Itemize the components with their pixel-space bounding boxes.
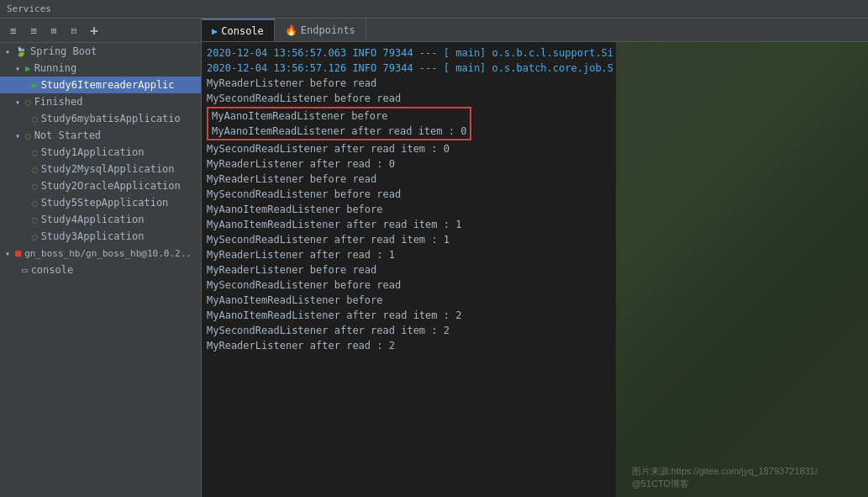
log-line: 2020-12-04 13:56:57.063 INFO 79344 --- [… — [207, 45, 863, 61]
log-text: MyAanoItemReadListener before — [207, 204, 383, 215]
sidebar: ≡ ≡ ⊞ ⊟ + ▾ 🍃 Spring Boot ▾ ▶ Running — [0, 19, 202, 497]
watermark-text1: 图片来源:https://gitee.com/jyq_18793721831/ — [632, 465, 818, 478]
arrow-running: ▾ — [15, 64, 25, 73]
toolbar-btn-align-right[interactable]: ≡ — [25, 22, 42, 39]
watermark: 图片来源:https://gitee.com/jyq_18793721831/ … — [632, 465, 818, 490]
log-line-highlight-start: MyAanoItemReadListener before — [212, 108, 466, 124]
study4-label: Study4Application — [41, 214, 145, 225]
study2mysql-icon: ◌ — [32, 164, 38, 175]
running-label: Running — [34, 62, 77, 74]
main-container: ≡ ≡ ⊞ ⊟ + ▾ 🍃 Spring Boot ▾ ▶ Running — [0, 19, 868, 497]
sidebar-item-not-started[interactable]: ▾ ◌ Not Started — [0, 127, 201, 144]
log-text: MyAanoItemReadListener after read item :… — [212, 125, 466, 137]
arrow-spring-boot: ▾ — [5, 47, 15, 56]
log-line-highlight-end: MyAanoItemReadListener after read item :… — [212, 124, 466, 139]
study3-icon: ◌ — [32, 231, 38, 242]
study6mybatis-icon: ◌ — [32, 114, 38, 124]
log-text: MyAanoItemReadListener after read item :… — [207, 219, 461, 230]
study2oracle-icon: ◌ — [32, 181, 38, 192]
log-line: MyReaderListener before read — [207, 172, 863, 187]
not-started-label: Not Started — [34, 130, 101, 141]
sidebar-item-study2mysql[interactable]: ◌ Study2MysqlApplication — [0, 161, 201, 177]
log-text: MySecondReadListener after read item : 1 — [207, 234, 450, 246]
sidebar-item-study6mybatis[interactable]: ◌ Study6mybatisApplicatio — [0, 110, 201, 127]
tab-endpoints[interactable]: 🔥 Endpoints — [275, 19, 366, 41]
log-text: MyAanoItemReadListener after read item :… — [207, 309, 461, 321]
log-line: MyAanoItemReadListener before — [207, 293, 863, 308]
console-output[interactable]: 2020-12-04 13:56:57.063 INFO 79344 --- [… — [202, 42, 868, 497]
console-tab-icon: ▶ — [212, 25, 218, 37]
log-text: MyReaderListener after read : 0 — [207, 158, 395, 170]
tab-bar: ▶ Console 🔥 Endpoints — [202, 19, 868, 42]
sidebar-item-study2oracle[interactable]: ◌ Study2OracleApplication — [0, 177, 201, 194]
study1-label: Study1Application — [41, 146, 145, 158]
study6-icon: ▶ — [32, 80, 38, 91]
endpoints-tab-label: Endpoints — [301, 24, 355, 36]
tab-console[interactable]: ▶ Console — [202, 19, 275, 41]
study4-icon: ◌ — [32, 214, 38, 225]
top-bar: Services — [0, 0, 868, 19]
log-line: MySecondReadListener after read item : 0 — [207, 141, 863, 156]
toolbar-btn-collapse[interactable]: ⊟ — [66, 22, 82, 39]
sidebar-item-study3[interactable]: ◌ Study3Application — [0, 228, 201, 245]
sidebar-item-study1[interactable]: ◌ Study1Application — [0, 144, 201, 161]
log-text: MyReaderListener before read — [207, 264, 376, 276]
study5step-label: Study5StepApplication — [41, 197, 169, 209]
log-line: MySecondReadListener before read — [207, 91, 863, 106]
log-line: MySecondReadListener before read — [207, 187, 863, 202]
log-text: MyReaderListener after read : 2 — [207, 340, 395, 352]
endpoints-tab-icon: 🔥 — [285, 24, 297, 36]
log-text: MyReaderListener before read — [207, 173, 376, 185]
study6-label: Study6ItemreaderApplic — [41, 79, 175, 91]
log-line: MyReaderListener before read — [207, 262, 863, 278]
log-text: MySecondReadListener before read — [207, 188, 401, 200]
highlighted-block: MyAanoItemReadListener before MyAanoItem… — [207, 107, 471, 140]
sidebar-toolbar: ≡ ≡ ⊞ ⊟ + — [0, 19, 201, 43]
sidebar-item-remote[interactable]: ▾ ■ gn_boss_hb/gn_boss_hb@10.0.2.. — [0, 245, 201, 262]
finished-icon: ◌ — [25, 97, 31, 108]
running-icon: ▶ — [25, 63, 31, 74]
watermark-text2: @51CTO博客 — [632, 478, 818, 490]
log-text: MyReaderListener after read : 1 — [207, 249, 395, 261]
log-text: MyReaderListener before read — [207, 77, 376, 89]
toolbar-btn-align-left[interactable]: ≡ — [5, 22, 22, 39]
log-text: MySecondReadListener before read — [207, 279, 401, 291]
study3-label: Study3Application — [41, 230, 145, 242]
sidebar-item-spring-boot[interactable]: ▾ 🍃 Spring Boot — [0, 43, 201, 60]
log-line: MyReaderListener after read : 0 — [207, 156, 863, 172]
spring-boot-label: Spring Boot — [30, 45, 97, 57]
services-label: Services — [7, 3, 51, 14]
sidebar-item-study5step[interactable]: ◌ Study5StepApplication — [0, 194, 201, 211]
sidebar-item-finished[interactable]: ▾ ◌ Finished — [0, 93, 201, 110]
study2oracle-label: Study2OracleApplication — [41, 180, 181, 192]
study5step-icon: ◌ — [32, 198, 38, 209]
log-line: MySecondReadListener after read item : 2 — [207, 323, 863, 338]
sidebar-item-study4[interactable]: ◌ Study4Application — [0, 211, 201, 228]
log-text: MySecondReadListener after read item : 0 — [207, 143, 450, 155]
sidebar-tree: ▾ 🍃 Spring Boot ▾ ▶ Running ▶ Study6Item… — [0, 43, 201, 497]
log-timestamp: 2020-12-04 13:56:57.063 INFO 79344 --- [… — [207, 47, 613, 59]
toolbar-btn-filter[interactable]: ⊞ — [45, 22, 62, 39]
remote-label: gn_boss_hb/gn_boss_hb@10.0.2.. — [24, 248, 192, 259]
console-icon: ▭ — [22, 265, 28, 276]
arrow-not-started: ▾ — [15, 131, 25, 140]
sidebar-item-study6[interactable]: ▶ Study6ItemreaderApplic — [0, 77, 201, 93]
sidebar-item-running[interactable]: ▾ ▶ Running — [0, 60, 201, 77]
study2mysql-label: Study2MysqlApplication — [41, 163, 175, 175]
log-text: MySecondReadListener before read — [207, 93, 401, 104]
study1-icon: ◌ — [32, 147, 38, 158]
finished-label: Finished — [34, 96, 83, 108]
console-tab-label: Console — [221, 25, 264, 37]
toolbar-btn-add[interactable]: + — [86, 22, 103, 39]
console-label: console — [31, 264, 74, 276]
log-line: MyReaderListener after read : 1 — [207, 247, 863, 262]
log-line: MyReaderListener after read : 2 — [207, 338, 863, 353]
log-text: MySecondReadListener after read item : 2 — [207, 325, 450, 336]
log-text: MyAanoItemReadListener before — [207, 294, 383, 306]
console-wrapper: 2020-12-04 13:56:57.063 INFO 79344 --- [… — [202, 42, 868, 497]
sidebar-item-console[interactable]: ▭ console — [0, 262, 201, 278]
log-timestamp: 2020-12-04 13:56:57.126 INFO 79344 --- [… — [207, 62, 613, 74]
spring-boot-icon: 🍃 — [15, 46, 27, 57]
not-started-icon: ◌ — [25, 130, 31, 141]
log-line: MySecondReadListener before read — [207, 278, 863, 293]
